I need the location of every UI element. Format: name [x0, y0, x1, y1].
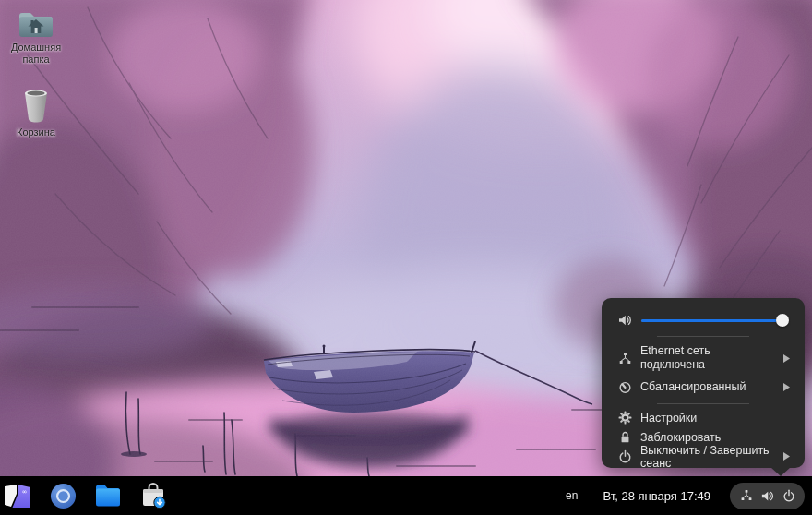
app-store-button[interactable]	[139, 482, 167, 509]
start-menu-button[interactable]: ∞	[4, 482, 31, 509]
app-store-icon	[139, 483, 167, 509]
file-manager-button[interactable]	[94, 482, 122, 509]
taskbar: ∞	[0, 476, 812, 515]
desktop: Домашняя папка Корзина	[0, 0, 812, 515]
chevron-right-icon	[783, 354, 790, 363]
volume-slider-fill	[641, 319, 782, 322]
browser-icon	[50, 483, 77, 509]
desktop-icon-trash[interactable]: Корзина	[0, 85, 72, 138]
desktop-icon-home-folder[interactable]: Домашняя папка	[0, 9, 72, 66]
network-icon	[617, 352, 632, 365]
taskbar-apps: ∞	[0, 482, 167, 509]
power-profile-menu-item[interactable]: Сбалансированный	[602, 376, 805, 398]
browser-button[interactable]	[49, 482, 77, 509]
keyboard-layout-indicator[interactable]: en	[566, 489, 578, 502]
chevron-right-icon	[783, 452, 790, 461]
lock-icon	[617, 430, 632, 444]
shutdown-menu-item[interactable]: Выключить / Завершить сеанс	[602, 447, 805, 466]
volume-slider-track[interactable]	[641, 319, 787, 322]
power-icon	[617, 449, 632, 463]
taskbar-status-area: en Вт, 28 января 17:49	[566, 483, 812, 509]
svg-text:∞: ∞	[22, 488, 28, 496]
lock-label: Заблокировать	[640, 431, 721, 444]
gear-icon	[617, 411, 632, 425]
settings-label: Настройки	[640, 412, 697, 425]
desktop-icon-label: Корзина	[0, 126, 72, 138]
system-tray[interactable]	[730, 483, 805, 509]
quick-settings-popup: Ethernet сеть подключена Сбалансированны…	[602, 298, 805, 468]
popup-tail	[770, 467, 791, 476]
home-folder-icon	[18, 9, 54, 39]
volume-slider[interactable]	[641, 314, 787, 327]
power-profile-label: Сбалансированный	[640, 380, 746, 393]
divider	[657, 336, 749, 337]
speaker-icon	[617, 313, 632, 328]
tray-network-icon[interactable]	[739, 489, 753, 503]
divider	[657, 403, 749, 404]
start-menu-logo-icon: ∞	[4, 484, 31, 509]
tray-power-icon[interactable]	[782, 489, 795, 503]
settings-menu-item[interactable]: Настройки	[602, 408, 805, 427]
tray-volume-icon[interactable]	[760, 489, 774, 503]
desktop-icon-label: Домашняя папка	[0, 42, 72, 66]
shutdown-label: Выключить / Завершить сеанс	[640, 444, 783, 470]
volume-slider-thumb[interactable]	[776, 314, 789, 327]
file-manager-icon	[94, 484, 122, 508]
chevron-right-icon	[783, 383, 790, 391]
trash-icon	[19, 85, 53, 124]
clock[interactable]: Вт, 28 января 17:49	[603, 489, 710, 503]
network-label-line2: подключена	[640, 358, 710, 372]
gauge-icon	[617, 380, 632, 394]
volume-row	[602, 310, 805, 330]
network-menu-item[interactable]: Ethernet сеть подключена	[602, 341, 805, 376]
network-label-line1: Ethernet сеть	[640, 344, 710, 358]
